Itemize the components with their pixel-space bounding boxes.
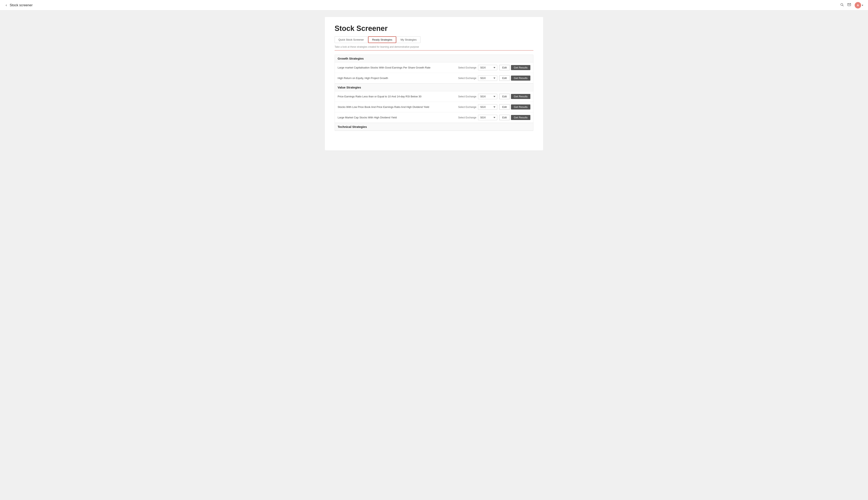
page-title: Stock Screener [334,24,534,33]
exchange-label: Select Exchange [458,66,477,69]
tab-ready[interactable]: Ready Strategies [368,36,397,43]
back-icon: ‹ [5,3,7,7]
section-heading-value: Value Strategies [335,83,533,91]
strategy-row: Price Earnings Ratio Less than or Equal … [335,91,533,102]
exchange-select[interactable]: SGXNYSENASDAQHKEXASX [478,65,497,70]
navbar-right: A ▾ [840,2,863,9]
strategy-name: Price Earnings Ratio Less than or Equal … [338,95,458,98]
search-button[interactable] [840,3,844,8]
edit-button[interactable]: Edit [499,75,510,81]
navbar-left: ‹ Stock screener [5,2,840,8]
get-results-button[interactable]: Get Results [511,115,530,120]
edit-button[interactable]: Edit [499,94,510,99]
strategy-name: High Return on Equity, High Project Grow… [338,77,458,80]
exchange-select[interactable]: SGXNYSENASDAQHKEXASX [478,75,497,81]
user-menu[interactable]: A ▾ [855,2,863,9]
exchange-select[interactable]: SGXNYSENASDAQHKEXASX [478,104,497,110]
edit-button[interactable]: Edit [499,65,510,70]
section-divider [334,50,534,50]
back-button[interactable]: ‹ [5,2,8,8]
search-icon [840,3,844,7]
section-heading-growth: Growth Strategies [335,55,533,62]
exchange-select[interactable]: SGXNYSENASDAQHKEXASX [478,94,497,99]
strategy-row: Stocks With Low Price Book And Price Ear… [335,102,533,112]
get-results-button[interactable]: Get Results [511,104,530,110]
exchange-label: Select Exchange [458,106,477,109]
section-value: Value StrategiesPrice Earnings Ratio Les… [335,83,533,123]
get-results-button[interactable]: Get Results [511,65,530,70]
edit-button[interactable]: Edit [499,115,510,120]
exchange-label: Select Exchange [458,77,477,80]
section-technical: Technical Strategies [335,123,533,131]
page-subtitle: Take a look at these strategies created … [334,45,534,48]
avatar: A [855,2,861,9]
page-card: Stock Screener Quick Stock ScreenerReady… [325,17,543,150]
exchange-label: Select Exchange [458,95,477,98]
navbar-title: Stock screener [10,3,33,7]
strategy-name: Large Market Cap Stocks With High Divide… [338,116,458,119]
strategy-name: Large market Capitalisation Stocks With … [338,66,458,69]
mail-button[interactable] [847,3,851,8]
navbar: ‹ Stock screener A ▾ [0,0,868,11]
get-results-button[interactable]: Get Results [511,76,530,81]
mail-icon [847,3,851,7]
page-background: Stock Screener Quick Stock ScreenerReady… [0,11,868,500]
exchange-select[interactable]: SGXNYSENASDAQHKEXASX [478,115,497,120]
strategy-row: Large market Capitalisation Stocks With … [335,62,533,73]
tab-quick[interactable]: Quick Stock Screener [334,36,368,43]
strategy-row: High Return on Equity, High Project Grow… [335,73,533,83]
strategy-row: Large Market Cap Stocks With High Divide… [335,112,533,123]
strategy-name: Stocks With Low Price Book And Price Ear… [338,105,458,109]
chevron-down-icon: ▾ [862,4,863,7]
section-growth: Growth StrategiesLarge market Capitalisa… [335,55,533,83]
strategies-container: Growth StrategiesLarge market Capitalisa… [334,55,534,131]
section-heading-technical: Technical Strategies [335,123,533,131]
exchange-label: Select Exchange [458,116,477,119]
tabs-container: Quick Stock ScreenerReady StrategiesMy S… [334,36,534,43]
edit-button[interactable]: Edit [499,104,510,110]
tab-my[interactable]: My Strategies [397,36,420,43]
get-results-button[interactable]: Get Results [511,94,530,99]
svg-line-1 [843,5,843,6]
